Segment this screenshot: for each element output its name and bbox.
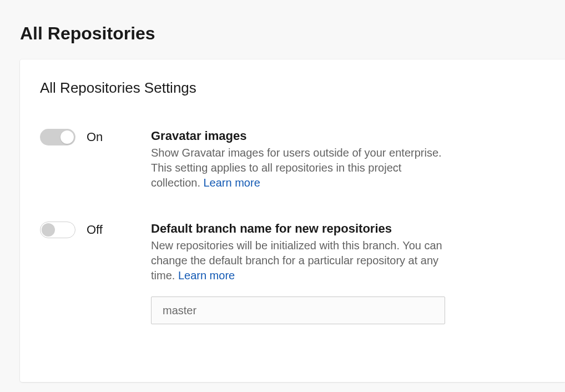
default-branch-learn-more-link[interactable]: Learn more	[178, 269, 235, 282]
gravatar-toggle-label: On	[87, 130, 103, 144]
toggle-knob-icon	[60, 130, 74, 144]
gravatar-learn-more-link[interactable]: Learn more	[204, 177, 260, 189]
gravatar-title: Gravatar images	[151, 129, 445, 143]
setting-default-branch: Off Default branch name for new reposito…	[40, 222, 545, 324]
toggle-column: Off	[40, 222, 151, 238]
default-branch-input[interactable]	[151, 296, 445, 324]
card-title: All Repositories Settings	[40, 79, 545, 97]
gravatar-desc-text: Show Gravatar images for users outside o…	[151, 147, 442, 189]
default-branch-toggle[interactable]	[40, 222, 75, 238]
setting-content: Default branch name for new repositories…	[151, 222, 545, 324]
default-branch-description: New repositories will be initialized wit…	[151, 238, 445, 283]
setting-content: Gravatar images Show Gravatar images for…	[151, 129, 545, 190]
default-branch-toggle-label: Off	[87, 223, 103, 237]
toggle-knob-icon	[42, 223, 55, 237]
settings-card: All Repositories Settings On Gravatar im…	[20, 59, 565, 382]
toggle-column: On	[40, 129, 151, 145]
gravatar-description: Show Gravatar images for users outside o…	[151, 145, 445, 190]
setting-gravatar: On Gravatar images Show Gravatar images …	[40, 129, 545, 190]
default-branch-title: Default branch name for new repositories	[151, 222, 445, 236]
page-title: All Repositories	[0, 0, 565, 59]
gravatar-toggle[interactable]	[40, 129, 75, 145]
